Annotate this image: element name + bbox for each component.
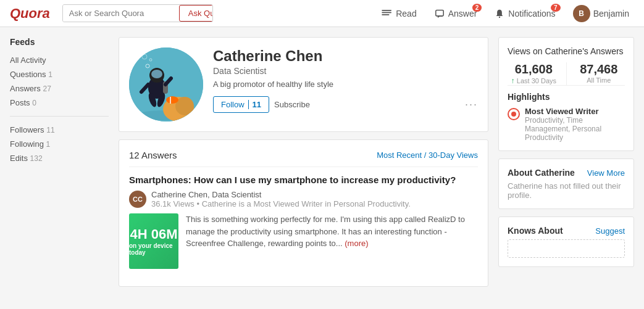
suggest-link[interactable]: Suggest [595,226,625,236]
profile-actions: Follow 11 Subscribe ··· [213,96,478,113]
sidebar-item-posts[interactable]: Posts 0 [10,96,109,110]
sidebar-item-answers[interactable]: Answers 27 [10,81,109,96]
notifications-nav-item[interactable]: Notifications 7 [489,0,560,27]
subscribe-button[interactable]: Subscribe [274,100,310,109]
follow-button[interactable]: Follow 11 [213,96,269,113]
profile-name: Catherine Chen [213,47,478,65]
user-name: Benjamin [593,9,629,19]
answer-thumbnail: 4H 06M on your device today [129,213,178,269]
mvw-topics: Productivity, Time Management, Personal … [525,116,625,142]
mvw-label: Most Viewed Writer [525,107,625,116]
views-last30: 61,608 ↑ Last 30 Days [508,62,567,85]
answers-sort: Most Recent / 30-Day Views [377,150,478,160]
answer-badge: 2 [472,4,482,12]
views-card: Views on Catherine's Answers 61,608 ↑ La… [498,37,634,151]
alltime-number: 87,468 [573,62,625,76]
svg-point-13 [151,70,162,78]
profile-bio: A big promotor of healthy life style [213,80,478,89]
view-more-link[interactable]: View More [587,168,625,178]
notifications-badge: 7 [551,4,561,12]
svg-rect-0 [382,9,391,10]
ask-question-button[interactable]: Ask Question [179,5,213,22]
sidebar-item-all-activity[interactable]: All Activity [10,53,109,67]
highlights-title: Highlights [508,85,625,102]
sidebar-divider [10,116,109,117]
last30-arrow: ↑ Last 30 Days [508,76,560,85]
about-header: About Catherine View More [508,168,625,178]
more-options-button[interactable]: ··· [465,98,478,111]
about-card: About Catherine View More Catherine has … [498,159,634,209]
app-time-sub: on your device today [129,242,178,256]
svg-point-4 [499,16,500,17]
views-card-title: Views on Catherine's Answers [508,46,625,56]
user-nav-item[interactable]: B Benjamin [568,0,634,27]
left-sidebar: Feeds All Activity Questions 1 Answers 2… [10,37,109,287]
answers-header: 12 Answers Most Recent / 30-Day Views [129,150,478,167]
search-input[interactable] [63,5,179,22]
about-title: About Catherine [508,168,575,178]
profile-image [129,47,203,122]
views-alltime: 87,468 All Time [567,62,625,85]
knows-about-card: Knows About Suggest [498,216,634,267]
follow-label: Follow [221,100,249,109]
svg-rect-2 [382,14,389,15]
read-label: Read [396,9,416,19]
knows-header: Knows About Suggest [508,226,625,236]
knows-title: Knows About [508,226,563,236]
svg-point-9 [166,96,178,104]
answer-meta: CC Catherine Chen, Data Scientist 36.1k … [129,190,478,208]
mvw-icon [508,108,520,120]
sidebar-item-questions[interactable]: Questions 1 [10,67,109,81]
search-bar: Ask Question [62,4,213,22]
answer-question[interactable]: Smartphones: How can I use my smartphone… [129,175,478,185]
center-content: Catherine Chen Data Scientist A big prom… [119,37,488,287]
alltime-label: All Time [573,76,625,84]
knows-dashed-box [508,239,625,258]
notifications-icon [494,9,505,18]
avatar: B [573,5,590,22]
read-nav-item[interactable]: Read [377,0,421,27]
sort-active-link[interactable]: 30-Day Views [429,150,478,160]
answer-preview: 4H 06M on your device today This is some… [129,213,478,269]
follow-count: 11 [249,100,261,109]
answer-views: 36.1k Views • Catherine is a Most Viewed… [151,199,411,208]
sidebar-item-edits[interactable]: Edits 132 [10,151,109,165]
notifications-label: Notifications [508,9,555,19]
read-icon [382,9,393,18]
profile-title: Data Scientist [213,66,478,76]
answer-author-avatar: CC [129,191,146,208]
app-time-big: 4H 06M [130,226,177,242]
answers-count: 12 Answers [129,150,177,160]
main-container: Feeds All Activity Questions 1 Answers 2… [0,27,644,297]
last30-number: 61,608 [508,62,560,76]
about-empty-text: Catherine has not filled out their profi… [508,181,625,200]
navbar: Quora Ask Question Read Answer 2 Notific… [0,0,644,27]
sidebar-item-followers[interactable]: Followers 11 [10,123,109,137]
profile-header: Catherine Chen Data Scientist A big prom… [119,37,488,132]
feeds-title: Feeds [10,37,109,47]
more-link[interactable]: (more) [345,239,368,248]
views-row: 61,608 ↑ Last 30 Days 87,468 All Time [508,62,625,85]
sidebar-item-following[interactable]: Following 1 [10,137,109,151]
answer-item: Smartphones: How can I use my smartphone… [129,175,478,269]
answers-section: 12 Answers Most Recent / 30-Day Views Sm… [119,139,488,287]
svg-rect-1 [382,12,391,13]
answer-nav-item[interactable]: Answer 2 [429,0,482,27]
answer-author: Catherine Chen, Data Scientist [151,190,411,199]
quora-logo[interactable]: Quora [10,6,50,22]
profile-avatar [129,47,203,122]
highlight-item: Most Viewed Writer Productivity, Time Ma… [508,107,625,142]
answer-icon [434,9,445,18]
svg-rect-3 [435,10,443,15]
last30-label: Last 30 Days [517,77,556,84]
highlight-text: Most Viewed Writer Productivity, Time Ma… [525,107,625,142]
right-sidebar: Views on Catherine's Answers 61,608 ↑ La… [498,37,634,287]
profile-info: Catherine Chen Data Scientist A big prom… [213,47,478,122]
answer-text-preview: This is something working perfectly for … [186,213,478,269]
